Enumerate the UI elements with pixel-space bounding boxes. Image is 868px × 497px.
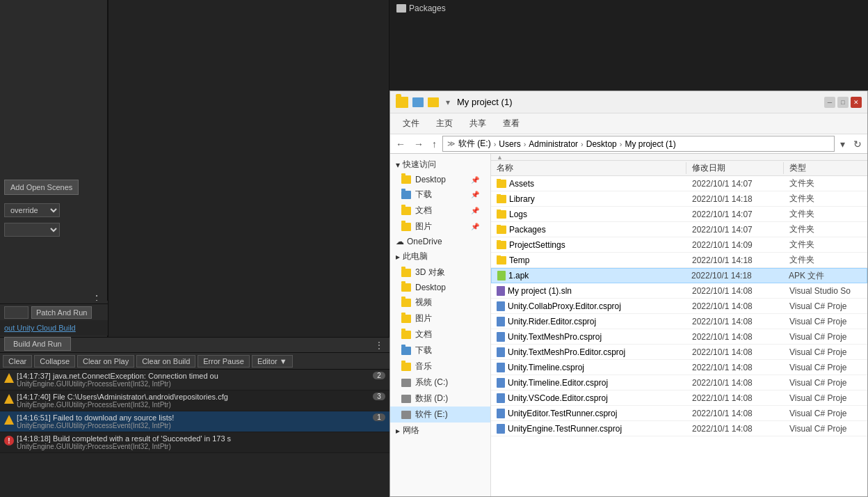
file-name-9: Unity.Rider.Editor.csproj (508, 317, 596, 326)
network-arrow: ▸ (396, 426, 400, 436)
col-name-13: Unity.Timeline.Editor.csproj (491, 378, 686, 388)
col-type-3: 文件夹 (784, 223, 867, 235)
sidebar-item-drive-d[interactable]: 数据 (D:) (390, 390, 490, 407)
col-name-4: ProjectSettings (491, 240, 686, 250)
clear-button[interactable]: Clear (3, 355, 32, 368)
file-name-7: My project (1).sln (508, 286, 572, 296)
sidebar-video-label: 视频 (415, 297, 432, 308)
sidebar-item-music[interactable]: 音乐 (390, 358, 490, 374)
sidebar-item-desktop-1[interactable]: Desktop 📌 (390, 173, 490, 187)
table-row[interactable]: Logs 2022/10/1 14:07 文件夹 (491, 207, 867, 222)
sidebar-item-desktop-2[interactable]: Desktop (390, 281, 490, 294)
title-folder-icon (396, 97, 408, 108)
header-type-text: 类型 (789, 163, 806, 173)
sidebar-documents-label: 文档 (415, 205, 432, 216)
table-row[interactable]: Packages 2022/10/1 14:07 文件夹 (491, 222, 867, 237)
title-icon-bar: ─ □ ✕ (824, 97, 862, 108)
back-button[interactable]: ← (393, 137, 408, 151)
clear-on-play-button[interactable]: Clear on Play (77, 355, 134, 368)
csproj-icon (497, 424, 505, 434)
header-date[interactable]: 修改日期 (686, 162, 784, 174)
table-row[interactable]: UnityEngine.TestRunner.csproj 2022/10/1 … (491, 421, 867, 436)
override-select-2[interactable] (4, 223, 60, 237)
sidebar-item-downloads[interactable]: 下载 📌 (390, 187, 490, 203)
address-dropdown-button[interactable]: ▾ (837, 137, 848, 151)
table-row[interactable]: Unity.TextMeshPro.csproj 2022/10/1 14:08… (491, 329, 867, 345)
build-and-run-button[interactable]: Build And Run (4, 337, 71, 351)
col-date-2: 2022/10/1 14:07 (686, 210, 784, 219)
table-row[interactable]: Temp 2022/10/1 14:18 文件夹 (491, 253, 867, 268)
table-row[interactable]: Unity.Timeline.csproj 2022/10/1 14:08 Vi… (491, 360, 867, 375)
onedrive-header[interactable]: ☁ OneDrive (390, 235, 490, 248)
col-date-9: 2022/10/1 14:08 (686, 317, 784, 326)
address-path[interactable]: ≫ 软件 (E:) › Users › Administrator › Desk… (442, 136, 835, 152)
file-name-12: Unity.Timeline.csproj (508, 363, 584, 372)
maximize-icon[interactable]: □ (837, 97, 849, 108)
address-breadcrumb-start: ≫ (447, 139, 456, 148)
downloads-folder-icon (401, 191, 411, 199)
ribbon-tab-share[interactable]: 共享 (463, 115, 493, 132)
pictures2-folder-icon (401, 315, 411, 323)
refresh-explorer-button[interactable]: ↻ (851, 137, 865, 151)
clear-on-build-button[interactable]: Clear on Build (136, 355, 195, 368)
col-date-3: 2022/10/1 14:07 (686, 225, 784, 235)
sidebar-item-pictures-2[interactable]: 图片 (390, 310, 490, 326)
msg-count: 1 (373, 413, 385, 421)
ribbon-tab-home[interactable]: 主页 (429, 115, 460, 132)
col-type-13: Visual C# Proje (784, 378, 867, 388)
csproj-icon (497, 378, 505, 388)
col-date-11: 2022/10/1 14:08 (686, 347, 784, 357)
sidebar-item-documents[interactable]: 文档 📌 (390, 203, 490, 219)
search-input[interactable] (4, 306, 29, 319)
sidebar-item-documents-2[interactable]: 文档 (390, 326, 490, 342)
table-row[interactable]: Unity.Timeline.Editor.csproj 2022/10/1 1… (491, 375, 867, 390)
table-row[interactable]: My project (1).sln 2022/10/1 14:08 Visua… (491, 283, 867, 299)
minimize-icon[interactable]: ─ (824, 97, 835, 108)
this-pc-header[interactable]: ▸ 此电脑 (390, 248, 490, 265)
table-row[interactable]: Assets 2022/10/1 14:07 文件夹 (491, 176, 867, 191)
header-name[interactable]: 名称 (491, 162, 686, 174)
collapse-button[interactable]: Collapse (34, 355, 75, 368)
table-row[interactable]: Unity.TextMeshPro.Editor.csproj 2022/10/… (491, 345, 867, 360)
sidebar-item-video[interactable]: 视频 (390, 294, 490, 310)
table-row[interactable]: UnityEditor.TestRunner.csproj 2022/10/1 … (491, 406, 867, 421)
sidebar-3d-label: 3D 对象 (415, 267, 445, 278)
sidebar-item-pictures[interactable]: 图片 📌 (390, 219, 490, 235)
network-header[interactable]: ▸ 网络 (390, 423, 490, 439)
ribbon-tab-file[interactable]: 文件 (396, 115, 426, 132)
sidebar-item-drive-c[interactable]: 系统 (C:) (390, 374, 490, 390)
table-row[interactable]: Library 2022/10/1 14:18 文件夹 (491, 191, 867, 207)
patch-and-run-button[interactable]: Patch And Run (31, 306, 92, 319)
msg-text-3: [14:18:18] Build completed with a result… (17, 434, 253, 443)
sidebar-item-drive-e[interactable]: 软件 (E:) (390, 407, 490, 423)
csproj-icon (497, 363, 505, 372)
col-name-0: Assets (491, 179, 686, 189)
editor-button[interactable]: Editor ▼ (252, 355, 293, 368)
col-name-5: Temp (491, 255, 686, 265)
sidebar-item-downloads-2[interactable]: 下载 (390, 342, 490, 358)
console-message-2[interactable]: [14:16:51] Failed to download any source… (0, 411, 389, 432)
folder-icon (497, 256, 506, 265)
add-open-scenes-button[interactable]: Add Open Scenes (4, 180, 79, 195)
up-arrow-button[interactable]: ↑ (429, 137, 440, 151)
sidebar-item-3d[interactable]: 3D 对象 (390, 265, 490, 281)
quick-access-header[interactable]: ▾ 快速访问 (390, 157, 490, 173)
cloud-build-link[interactable]: out Unity Cloud Build (4, 324, 76, 332)
unity-scene-buttons: Add Open Scenes (0, 0, 107, 195)
close-icon[interactable]: ✕ (851, 97, 862, 108)
col-name-12: Unity.Timeline.csproj (491, 363, 686, 372)
ribbon-tab-view[interactable]: 查看 (496, 115, 527, 132)
table-row[interactable]: Unity.VSCode.Editor.csproj 2022/10/1 14:… (491, 390, 867, 406)
console-message-1[interactable]: [14:17:40] File C:\Users\Administrator\.… (0, 390, 389, 411)
table-row[interactable]: ProjectSettings 2022/10/1 14:09 文件夹 (491, 237, 867, 253)
console-menu-dots[interactable]: ⋮ (374, 340, 384, 351)
table-row[interactable]: Unity.Rider.Editor.csproj 2022/10/1 14:0… (491, 314, 867, 329)
forward-button[interactable]: → (411, 137, 426, 151)
header-type[interactable]: 类型 (784, 162, 867, 174)
table-row[interactable]: 1.apk 2022/10/1 14:18 APK 文件 (491, 268, 867, 283)
override-select[interactable]: override (4, 203, 60, 217)
table-row[interactable]: Unity.CollabProxy.Editor.csproj 2022/10/… (491, 299, 867, 314)
error-pause-button[interactable]: Error Pause (198, 355, 250, 368)
console-message-0[interactable]: [14:17:37] java.net.ConnectException: Co… (0, 370, 389, 390)
console-message-3[interactable]: ! [14:18:18] Build completed with a resu… (0, 432, 389, 453)
